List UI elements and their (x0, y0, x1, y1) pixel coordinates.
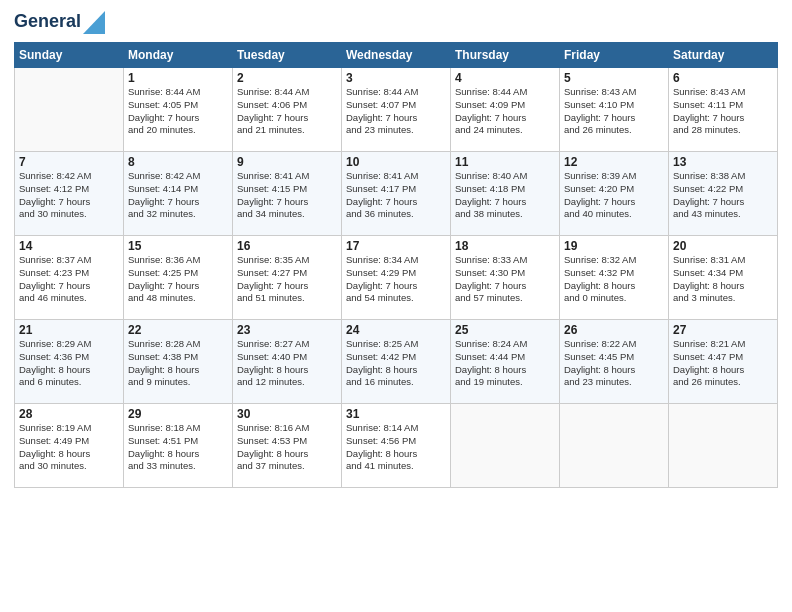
day-number: 4 (455, 71, 555, 85)
day-number: 27 (673, 323, 773, 337)
cell-info: Sunrise: 8:29 AMSunset: 4:36 PMDaylight:… (19, 338, 91, 387)
calendar-day-cell (451, 404, 560, 488)
calendar-week-row: 28Sunrise: 8:19 AMSunset: 4:49 PMDayligh… (15, 404, 778, 488)
cell-info: Sunrise: 8:33 AMSunset: 4:30 PMDaylight:… (455, 254, 527, 303)
cell-info: Sunrise: 8:43 AMSunset: 4:10 PMDaylight:… (564, 86, 636, 135)
day-number: 28 (19, 407, 119, 421)
day-number: 15 (128, 239, 228, 253)
day-number: 24 (346, 323, 446, 337)
day-number: 18 (455, 239, 555, 253)
day-number: 12 (564, 155, 664, 169)
cell-info: Sunrise: 8:24 AMSunset: 4:44 PMDaylight:… (455, 338, 527, 387)
calendar-header-cell: Tuesday (233, 43, 342, 68)
calendar-header-cell: Wednesday (342, 43, 451, 68)
cell-info: Sunrise: 8:42 AMSunset: 4:12 PMDaylight:… (19, 170, 91, 219)
day-number: 17 (346, 239, 446, 253)
calendar-day-cell: 21Sunrise: 8:29 AMSunset: 4:36 PMDayligh… (15, 320, 124, 404)
day-number: 11 (455, 155, 555, 169)
day-number: 14 (19, 239, 119, 253)
cell-info: Sunrise: 8:14 AMSunset: 4:56 PMDaylight:… (346, 422, 418, 471)
calendar-day-cell: 27Sunrise: 8:21 AMSunset: 4:47 PMDayligh… (669, 320, 778, 404)
cell-info: Sunrise: 8:18 AMSunset: 4:51 PMDaylight:… (128, 422, 200, 471)
calendar-day-cell: 13Sunrise: 8:38 AMSunset: 4:22 PMDayligh… (669, 152, 778, 236)
cell-info: Sunrise: 8:41 AMSunset: 4:15 PMDaylight:… (237, 170, 309, 219)
calendar-day-cell: 12Sunrise: 8:39 AMSunset: 4:20 PMDayligh… (560, 152, 669, 236)
calendar-day-cell: 24Sunrise: 8:25 AMSunset: 4:42 PMDayligh… (342, 320, 451, 404)
calendar-header-cell: Friday (560, 43, 669, 68)
calendar-week-row: 14Sunrise: 8:37 AMSunset: 4:23 PMDayligh… (15, 236, 778, 320)
day-number: 2 (237, 71, 337, 85)
logo-text: General (14, 12, 81, 32)
day-number: 29 (128, 407, 228, 421)
calendar-day-cell: 8Sunrise: 8:42 AMSunset: 4:14 PMDaylight… (124, 152, 233, 236)
calendar-table: SundayMondayTuesdayWednesdayThursdayFrid… (14, 42, 778, 488)
calendar-day-cell: 11Sunrise: 8:40 AMSunset: 4:18 PMDayligh… (451, 152, 560, 236)
day-number: 21 (19, 323, 119, 337)
calendar-header-cell: Saturday (669, 43, 778, 68)
calendar-day-cell: 20Sunrise: 8:31 AMSunset: 4:34 PMDayligh… (669, 236, 778, 320)
calendar-day-cell: 29Sunrise: 8:18 AMSunset: 4:51 PMDayligh… (124, 404, 233, 488)
day-number: 8 (128, 155, 228, 169)
day-number: 9 (237, 155, 337, 169)
calendar-header-cell: Sunday (15, 43, 124, 68)
calendar-day-cell: 23Sunrise: 8:27 AMSunset: 4:40 PMDayligh… (233, 320, 342, 404)
cell-info: Sunrise: 8:41 AMSunset: 4:17 PMDaylight:… (346, 170, 418, 219)
calendar-body: 1Sunrise: 8:44 AMSunset: 4:05 PMDaylight… (15, 68, 778, 488)
day-number: 1 (128, 71, 228, 85)
cell-info: Sunrise: 8:39 AMSunset: 4:20 PMDaylight:… (564, 170, 636, 219)
calendar-day-cell: 4Sunrise: 8:44 AMSunset: 4:09 PMDaylight… (451, 68, 560, 152)
cell-info: Sunrise: 8:34 AMSunset: 4:29 PMDaylight:… (346, 254, 418, 303)
cell-info: Sunrise: 8:44 AMSunset: 4:06 PMDaylight:… (237, 86, 309, 135)
day-number: 25 (455, 323, 555, 337)
cell-info: Sunrise: 8:44 AMSunset: 4:07 PMDaylight:… (346, 86, 418, 135)
day-number: 23 (237, 323, 337, 337)
day-number: 31 (346, 407, 446, 421)
calendar-day-cell: 14Sunrise: 8:37 AMSunset: 4:23 PMDayligh… (15, 236, 124, 320)
cell-info: Sunrise: 8:22 AMSunset: 4:45 PMDaylight:… (564, 338, 636, 387)
calendar-week-row: 1Sunrise: 8:44 AMSunset: 4:05 PMDaylight… (15, 68, 778, 152)
day-number: 19 (564, 239, 664, 253)
cell-info: Sunrise: 8:35 AMSunset: 4:27 PMDaylight:… (237, 254, 309, 303)
calendar-day-cell: 5Sunrise: 8:43 AMSunset: 4:10 PMDaylight… (560, 68, 669, 152)
day-number: 5 (564, 71, 664, 85)
calendar-day-cell (669, 404, 778, 488)
cell-info: Sunrise: 8:28 AMSunset: 4:38 PMDaylight:… (128, 338, 200, 387)
day-number: 26 (564, 323, 664, 337)
day-number: 7 (19, 155, 119, 169)
calendar-day-cell: 22Sunrise: 8:28 AMSunset: 4:38 PMDayligh… (124, 320, 233, 404)
cell-info: Sunrise: 8:16 AMSunset: 4:53 PMDaylight:… (237, 422, 309, 471)
day-number: 16 (237, 239, 337, 253)
calendar-day-cell: 16Sunrise: 8:35 AMSunset: 4:27 PMDayligh… (233, 236, 342, 320)
calendar-day-cell: 30Sunrise: 8:16 AMSunset: 4:53 PMDayligh… (233, 404, 342, 488)
cell-info: Sunrise: 8:36 AMSunset: 4:25 PMDaylight:… (128, 254, 200, 303)
page-header: General (14, 10, 778, 34)
day-number: 20 (673, 239, 773, 253)
calendar-day-cell: 2Sunrise: 8:44 AMSunset: 4:06 PMDaylight… (233, 68, 342, 152)
calendar-header-cell: Monday (124, 43, 233, 68)
cell-info: Sunrise: 8:38 AMSunset: 4:22 PMDaylight:… (673, 170, 745, 219)
cell-info: Sunrise: 8:31 AMSunset: 4:34 PMDaylight:… (673, 254, 745, 303)
cell-info: Sunrise: 8:44 AMSunset: 4:05 PMDaylight:… (128, 86, 200, 135)
cell-info: Sunrise: 8:21 AMSunset: 4:47 PMDaylight:… (673, 338, 745, 387)
calendar-week-row: 7Sunrise: 8:42 AMSunset: 4:12 PMDaylight… (15, 152, 778, 236)
cell-info: Sunrise: 8:32 AMSunset: 4:32 PMDaylight:… (564, 254, 636, 303)
cell-info: Sunrise: 8:37 AMSunset: 4:23 PMDaylight:… (19, 254, 91, 303)
calendar-header-row: SundayMondayTuesdayWednesdayThursdayFrid… (15, 43, 778, 68)
svg-marker-0 (83, 11, 105, 34)
cell-info: Sunrise: 8:43 AMSunset: 4:11 PMDaylight:… (673, 86, 745, 135)
day-number: 6 (673, 71, 773, 85)
calendar-day-cell: 31Sunrise: 8:14 AMSunset: 4:56 PMDayligh… (342, 404, 451, 488)
calendar-day-cell: 1Sunrise: 8:44 AMSunset: 4:05 PMDaylight… (124, 68, 233, 152)
calendar-header-cell: Thursday (451, 43, 560, 68)
calendar-day-cell: 7Sunrise: 8:42 AMSunset: 4:12 PMDaylight… (15, 152, 124, 236)
logo-arrow-icon (83, 6, 105, 34)
calendar-day-cell: 10Sunrise: 8:41 AMSunset: 4:17 PMDayligh… (342, 152, 451, 236)
calendar-day-cell (560, 404, 669, 488)
cell-info: Sunrise: 8:44 AMSunset: 4:09 PMDaylight:… (455, 86, 527, 135)
calendar-day-cell: 6Sunrise: 8:43 AMSunset: 4:11 PMDaylight… (669, 68, 778, 152)
day-number: 3 (346, 71, 446, 85)
calendar-day-cell: 18Sunrise: 8:33 AMSunset: 4:30 PMDayligh… (451, 236, 560, 320)
calendar-day-cell: 26Sunrise: 8:22 AMSunset: 4:45 PMDayligh… (560, 320, 669, 404)
cell-info: Sunrise: 8:27 AMSunset: 4:40 PMDaylight:… (237, 338, 309, 387)
calendar-day-cell: 3Sunrise: 8:44 AMSunset: 4:07 PMDaylight… (342, 68, 451, 152)
